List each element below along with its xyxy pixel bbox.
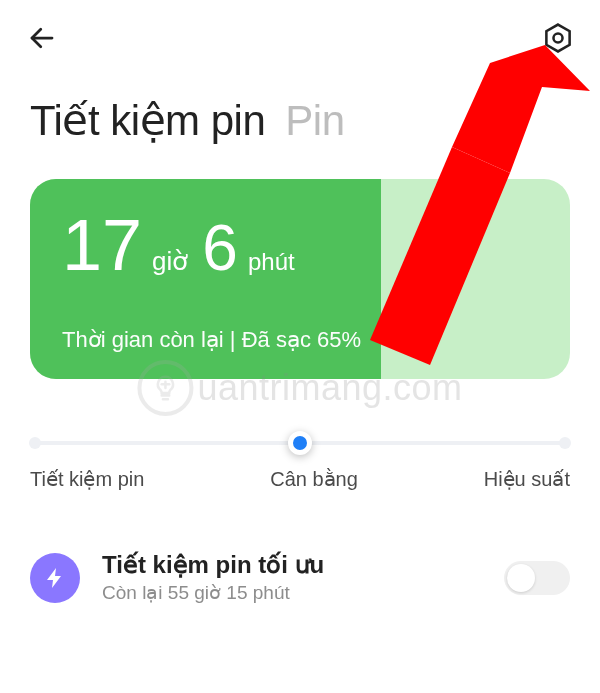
page-tabs: Tiết kiệm pin Pin — [0, 64, 600, 165]
bolt-icon — [43, 566, 67, 590]
battery-card-content: 17 giờ 6 phút Thời gian còn lại | Đã sạc… — [30, 179, 570, 379]
slider-thumb[interactable] — [288, 431, 312, 455]
slider-label-performance: Hiệu suất — [484, 467, 570, 491]
battery-status-card[interactable]: 17 giờ 6 phút Thời gian còn lại | Đã sạc… — [30, 179, 570, 379]
power-mode-slider[interactable]: Tiết kiệm pin Cân bằng Hiệu suất — [30, 435, 570, 491]
toggle-knob — [507, 564, 535, 592]
minutes-value: 6 — [202, 216, 238, 280]
optimal-saver-toggle[interactable] — [504, 561, 570, 595]
minutes-unit: phút — [248, 248, 295, 276]
optimal-saver-subtitle: Còn lại 55 giờ 15 phút — [102, 581, 482, 604]
top-bar — [0, 0, 600, 64]
svg-marker-1 — [546, 25, 569, 52]
svg-point-2 — [553, 33, 562, 42]
slider-labels: Tiết kiệm pin Cân bằng Hiệu suất — [30, 467, 570, 491]
battery-status-text: Thời gian còn lại | Đã sạc 65% — [62, 327, 538, 353]
bolt-icon-badge — [30, 553, 80, 603]
back-button[interactable] — [22, 18, 62, 58]
slider-label-saver: Tiết kiệm pin — [30, 467, 144, 491]
tab-battery-saver[interactable]: Tiết kiệm pin — [30, 96, 265, 145]
settings-button[interactable] — [538, 18, 578, 58]
hours-unit: giờ — [152, 246, 188, 277]
slider-stop-right — [559, 437, 571, 449]
optimal-saver-text: Tiết kiệm pin tối ưu Còn lại 55 giờ 15 p… — [102, 551, 482, 604]
slider-stop-left — [29, 437, 41, 449]
optimal-saver-title: Tiết kiệm pin tối ưu — [102, 551, 482, 579]
tab-battery[interactable]: Pin — [285, 97, 344, 145]
slider-label-balanced: Cân bằng — [270, 467, 358, 491]
arrow-left-icon — [27, 23, 57, 53]
time-remaining: 17 giờ 6 phút — [62, 209, 538, 285]
optimal-saver-row[interactable]: Tiết kiệm pin tối ưu Còn lại 55 giờ 15 p… — [30, 551, 570, 604]
gear-icon — [541, 21, 575, 55]
hours-value: 17 — [62, 209, 142, 281]
